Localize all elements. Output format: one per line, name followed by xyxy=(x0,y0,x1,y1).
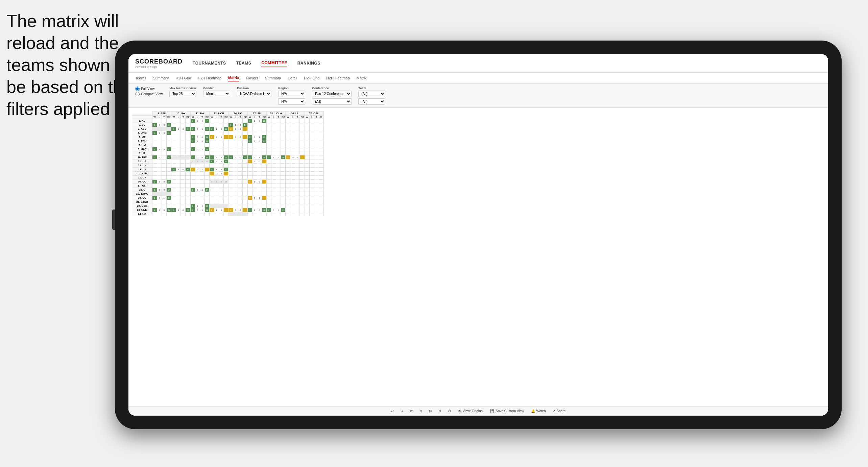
matrix-cell xyxy=(176,212,181,216)
matrix-cell: 0 xyxy=(171,168,176,172)
full-view-radio[interactable]: Full View xyxy=(135,87,163,91)
matrix-cell xyxy=(210,192,214,196)
sub-nav-h2h-heatmap1[interactable]: H2H Heatmap xyxy=(198,75,221,81)
nav-tournaments[interactable]: TOURNAMENTS xyxy=(193,59,226,67)
sub-nav-matrix2[interactable]: Matrix xyxy=(357,75,367,81)
matrix-cell xyxy=(262,172,266,176)
matrix-cell xyxy=(271,196,276,200)
matrix-cell: 28 xyxy=(204,204,209,208)
table-row: 14. TTU300 xyxy=(132,172,324,176)
matrix-cell: 0 xyxy=(257,208,262,212)
save-custom-btn[interactable]: 💾 Save Custom View xyxy=(490,409,524,413)
matrix-cell xyxy=(295,143,300,147)
clock-btn[interactable]: ⏱ xyxy=(448,409,451,413)
region-select[interactable]: N/A xyxy=(278,91,305,97)
max-teams-select[interactable]: Top 25 xyxy=(169,91,196,97)
matrix-cell xyxy=(300,155,305,159)
zoom-reset-btn[interactable]: ⊡ xyxy=(429,409,432,413)
matrix-cell: 1 xyxy=(271,155,276,159)
team-label: Team xyxy=(358,87,385,90)
sub-nav-h2h-grid2[interactable]: H2H Grid xyxy=(304,75,319,81)
matrix-cell xyxy=(309,180,314,184)
matrix-cell: 0 xyxy=(190,204,195,208)
team-select[interactable]: (All) xyxy=(358,91,385,97)
matrix-cell xyxy=(257,147,262,151)
matrix-cell xyxy=(228,196,233,200)
sub-nav-detail[interactable]: Detail xyxy=(288,75,297,81)
matrix-cell: 0 xyxy=(238,135,243,139)
matrix-cell: 3 xyxy=(271,208,276,212)
sub-nav-summary1[interactable]: Summary xyxy=(153,75,169,81)
division-select[interactable]: NCAA Division I xyxy=(237,91,271,97)
refresh-btn[interactable]: ⟳ xyxy=(410,409,413,413)
matrix-cell xyxy=(281,184,286,188)
view-original-btn[interactable]: 👁 View: Original xyxy=(458,409,484,413)
matrix-cell: 19 xyxy=(224,155,228,159)
matrix-cell: 7 xyxy=(204,119,209,123)
compact-view-radio[interactable]: Compact View xyxy=(135,92,163,96)
matrix-cell xyxy=(257,212,262,216)
matrix-cell xyxy=(224,119,228,123)
matrix-cell xyxy=(309,139,314,143)
watch-btn[interactable]: 🔔 Watch xyxy=(531,409,546,413)
matrix-cell xyxy=(281,119,286,123)
matrix-cell xyxy=(228,119,233,123)
matrix-cell xyxy=(186,172,190,176)
matrix-container[interactable]: 3. ASU 10. UW 11. UA 22. UCB 24. UO 27. … xyxy=(128,108,828,406)
matrix-cell: 4 xyxy=(167,131,171,135)
matrix-cell: 3 xyxy=(176,127,181,131)
share-btn[interactable]: ↗ Share xyxy=(553,409,566,413)
matrix-cell xyxy=(238,184,243,188)
matrix-cell xyxy=(305,204,309,208)
matrix-cell xyxy=(286,188,290,192)
sub-nav-teams[interactable]: Teams xyxy=(135,75,146,81)
zoom-in-btn[interactable]: ⊕ xyxy=(438,409,441,413)
matrix-cell xyxy=(238,176,243,180)
matrix-cell: 2 xyxy=(214,135,219,139)
matrix-cell: 2 xyxy=(190,188,195,192)
matrix-cell xyxy=(176,151,181,155)
matrix-cell xyxy=(300,168,305,172)
matrix-cell: 1 xyxy=(252,159,257,164)
matrix-cell: 2 xyxy=(210,208,214,212)
sub-nav-players[interactable]: Players xyxy=(246,75,258,81)
matrix-cell: 1 xyxy=(210,155,214,159)
team-select2[interactable]: (All) xyxy=(358,98,385,105)
nav-rankings[interactable]: RANKINGS xyxy=(297,59,320,67)
gender-label: Gender xyxy=(203,87,230,90)
row-label: 14. TTU xyxy=(132,172,152,176)
nav-teams[interactable]: TEAMS xyxy=(236,59,251,67)
matrix-cell xyxy=(262,131,266,135)
matrix-cell xyxy=(276,196,281,200)
nav-committee[interactable]: COMMITTEE xyxy=(261,59,287,67)
conference-select[interactable]: Pac-12 Conference xyxy=(312,91,352,97)
sub-nav-h2h-grid1[interactable]: H2H Grid xyxy=(175,75,191,81)
matrix-cell xyxy=(210,164,214,168)
sub-nav-h2h-heatmap2[interactable]: H2H Heatmap xyxy=(326,75,350,81)
sub-nav-summary2[interactable]: Summary xyxy=(265,75,281,81)
matrix-cell xyxy=(224,212,228,216)
matrix-cell xyxy=(200,143,204,147)
matrix-cell xyxy=(171,123,176,127)
zoom-out-btn[interactable]: ⊖ xyxy=(419,409,422,413)
matrix-cell xyxy=(271,147,276,151)
matrix-cell xyxy=(281,127,286,131)
matrix-cell xyxy=(276,172,281,176)
matrix-cell xyxy=(200,172,204,176)
matrix-cell xyxy=(181,172,186,176)
matrix-cell xyxy=(210,204,214,208)
matrix-cell xyxy=(305,208,309,212)
redo-btn[interactable]: ↪ xyxy=(401,409,403,413)
sub-nav-matrix1[interactable]: Matrix xyxy=(228,75,239,81)
matrix-cell xyxy=(295,176,300,180)
matrix-cell xyxy=(290,168,295,172)
matrix-cell xyxy=(200,184,204,188)
undo-btn[interactable]: ↩ xyxy=(391,409,394,413)
matrix-cell xyxy=(204,164,209,168)
matrix-cell: 3 xyxy=(176,168,181,172)
matrix-cell xyxy=(319,176,323,180)
conference-select2[interactable]: (All) xyxy=(312,98,352,105)
gender-select[interactable]: Men's xyxy=(203,91,230,97)
region-select2[interactable]: N/A xyxy=(278,98,305,105)
matrix-cell xyxy=(186,159,190,164)
